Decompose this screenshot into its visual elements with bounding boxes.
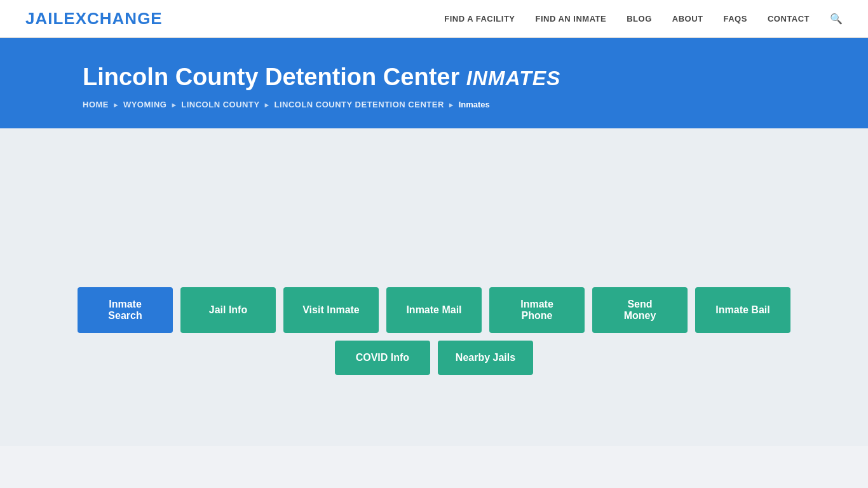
inmate-bail-button[interactable]: Inmate Bail <box>695 287 790 333</box>
buttons-row-1: Inmate Search Jail Info Visit Inmate Inm… <box>78 287 790 333</box>
nav-find-facility[interactable]: FIND A FACILITY <box>444 14 515 24</box>
breadcrumb-sep-1: ► <box>112 101 119 109</box>
logo-jail: JAIL <box>25 9 64 28</box>
nearby-jails-button[interactable]: Nearby Jails <box>438 341 533 375</box>
nav-contact[interactable]: CONTACT <box>768 14 810 24</box>
breadcrumb-detention-center[interactable]: Lincoln County Detention Center <box>274 100 444 109</box>
site-logo[interactable]: JAILEXCHANGE <box>25 9 163 29</box>
breadcrumb-home[interactable]: Home <box>83 100 109 109</box>
breadcrumb-sep-4: ► <box>448 101 455 109</box>
main-nav: FIND A FACILITY FIND AN INMATE BLOG ABOU… <box>444 13 843 25</box>
inmate-mail-button[interactable]: Inmate Mail <box>386 287 482 333</box>
inmate-search-button[interactable]: Inmate Search <box>78 287 173 333</box>
logo-exchange: EXCHANGE <box>64 9 162 28</box>
jail-info-button[interactable]: Jail Info <box>180 287 276 333</box>
hero-section: Lincoln County Detention Center INMATES … <box>0 38 868 128</box>
page-title: Lincoln County Detention Center INMATES <box>83 64 785 91</box>
covid-info-button[interactable]: COVID Info <box>335 341 430 375</box>
main-content: Inmate Search Jail Info Visit Inmate Inm… <box>0 128 868 446</box>
buttons-row-2: COVID Info Nearby Jails <box>335 341 533 375</box>
nav-find-inmate[interactable]: FIND AN INMATE <box>536 14 607 24</box>
inmate-phone-button[interactable]: Inmate Phone <box>489 287 585 333</box>
breadcrumb-sep-3: ► <box>264 101 271 109</box>
send-money-button[interactable]: Send Money <box>592 287 688 333</box>
search-icon[interactable]: 🔍 <box>830 13 843 25</box>
breadcrumb-current: Inmates <box>459 100 490 109</box>
breadcrumb-sep-2: ► <box>170 101 177 109</box>
nav-about[interactable]: ABOUT <box>672 14 703 24</box>
buttons-container: Inmate Search Jail Info Visit Inmate Inm… <box>78 287 790 375</box>
breadcrumb-lincoln-county[interactable]: Lincoln County <box>181 100 259 109</box>
site-header: JAILEXCHANGE FIND A FACILITY FIND AN INM… <box>0 0 868 38</box>
visit-inmate-button[interactable]: Visit Inmate <box>283 287 379 333</box>
nav-faqs[interactable]: FAQs <box>724 14 747 24</box>
breadcrumb-wyoming[interactable]: Wyoming <box>123 100 167 109</box>
breadcrumb: Home ► Wyoming ► Lincoln County ► Lincol… <box>83 100 785 109</box>
nav-blog[interactable]: BLOG <box>627 14 652 24</box>
